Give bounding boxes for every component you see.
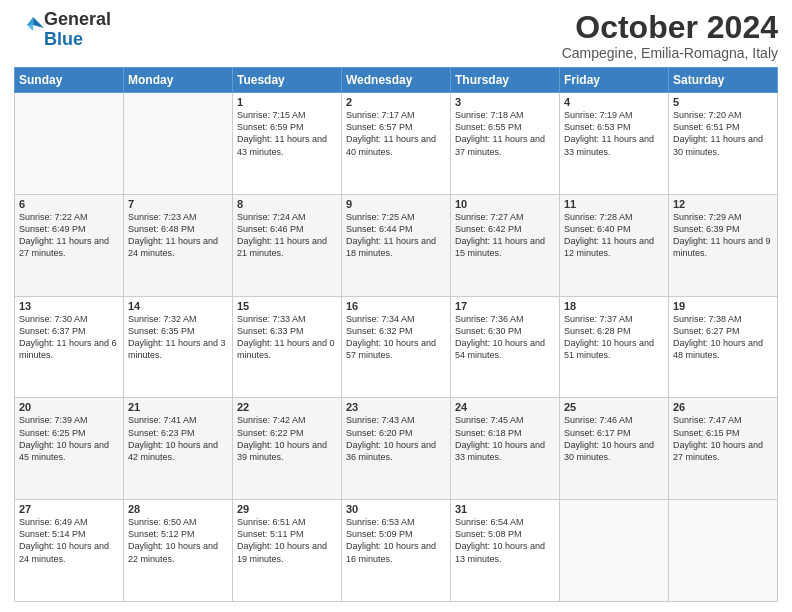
day-number: 8 bbox=[237, 198, 337, 210]
weekday-header-saturday: Saturday bbox=[669, 68, 778, 93]
day-number: 20 bbox=[19, 401, 119, 413]
calendar-week-3: 13Sunrise: 7:30 AM Sunset: 6:37 PM Dayli… bbox=[15, 296, 778, 398]
day-info: Sunrise: 7:19 AM Sunset: 6:53 PM Dayligh… bbox=[564, 109, 664, 158]
day-info: Sunrise: 7:29 AM Sunset: 6:39 PM Dayligh… bbox=[673, 211, 773, 260]
calendar-table: SundayMondayTuesdayWednesdayThursdayFrid… bbox=[14, 67, 778, 602]
day-number: 2 bbox=[346, 96, 446, 108]
calendar-cell: 26Sunrise: 7:47 AM Sunset: 6:15 PM Dayli… bbox=[669, 398, 778, 500]
day-info: Sunrise: 7:38 AM Sunset: 6:27 PM Dayligh… bbox=[673, 313, 773, 362]
calendar-cell: 29Sunrise: 6:51 AM Sunset: 5:11 PM Dayli… bbox=[233, 500, 342, 602]
day-info: Sunrise: 7:15 AM Sunset: 6:59 PM Dayligh… bbox=[237, 109, 337, 158]
day-number: 21 bbox=[128, 401, 228, 413]
weekday-header-row: SundayMondayTuesdayWednesdayThursdayFrid… bbox=[15, 68, 778, 93]
calendar-cell: 11Sunrise: 7:28 AM Sunset: 6:40 PM Dayli… bbox=[560, 194, 669, 296]
weekday-header-tuesday: Tuesday bbox=[233, 68, 342, 93]
day-info: Sunrise: 7:20 AM Sunset: 6:51 PM Dayligh… bbox=[673, 109, 773, 158]
day-info: Sunrise: 6:54 AM Sunset: 5:08 PM Dayligh… bbox=[455, 516, 555, 565]
day-number: 31 bbox=[455, 503, 555, 515]
calendar-cell: 15Sunrise: 7:33 AM Sunset: 6:33 PM Dayli… bbox=[233, 296, 342, 398]
calendar-cell: 30Sunrise: 6:53 AM Sunset: 5:09 PM Dayli… bbox=[342, 500, 451, 602]
day-number: 29 bbox=[237, 503, 337, 515]
day-info: Sunrise: 7:23 AM Sunset: 6:48 PM Dayligh… bbox=[128, 211, 228, 260]
calendar-cell: 10Sunrise: 7:27 AM Sunset: 6:42 PM Dayli… bbox=[451, 194, 560, 296]
page: General Blue October 2024 Campegine, Emi… bbox=[0, 0, 792, 612]
calendar-cell: 2Sunrise: 7:17 AM Sunset: 6:57 PM Daylig… bbox=[342, 93, 451, 195]
calendar-cell bbox=[560, 500, 669, 602]
calendar-cell: 5Sunrise: 7:20 AM Sunset: 6:51 PM Daylig… bbox=[669, 93, 778, 195]
calendar-cell: 28Sunrise: 6:50 AM Sunset: 5:12 PM Dayli… bbox=[124, 500, 233, 602]
day-info: Sunrise: 7:45 AM Sunset: 6:18 PM Dayligh… bbox=[455, 414, 555, 463]
calendar-cell: 24Sunrise: 7:45 AM Sunset: 6:18 PM Dayli… bbox=[451, 398, 560, 500]
day-number: 19 bbox=[673, 300, 773, 312]
day-info: Sunrise: 7:47 AM Sunset: 6:15 PM Dayligh… bbox=[673, 414, 773, 463]
calendar-week-2: 6Sunrise: 7:22 AM Sunset: 6:49 PM Daylig… bbox=[15, 194, 778, 296]
weekday-header-friday: Friday bbox=[560, 68, 669, 93]
day-info: Sunrise: 7:46 AM Sunset: 6:17 PM Dayligh… bbox=[564, 414, 664, 463]
day-info: Sunrise: 6:49 AM Sunset: 5:14 PM Dayligh… bbox=[19, 516, 119, 565]
day-info: Sunrise: 7:41 AM Sunset: 6:23 PM Dayligh… bbox=[128, 414, 228, 463]
calendar-cell: 27Sunrise: 6:49 AM Sunset: 5:14 PM Dayli… bbox=[15, 500, 124, 602]
calendar-cell: 14Sunrise: 7:32 AM Sunset: 6:35 PM Dayli… bbox=[124, 296, 233, 398]
calendar-cell: 16Sunrise: 7:34 AM Sunset: 6:32 PM Dayli… bbox=[342, 296, 451, 398]
calendar-cell: 13Sunrise: 7:30 AM Sunset: 6:37 PM Dayli… bbox=[15, 296, 124, 398]
subtitle: Campegine, Emilia-Romagna, Italy bbox=[562, 45, 778, 61]
day-number: 11 bbox=[564, 198, 664, 210]
day-number: 9 bbox=[346, 198, 446, 210]
calendar-cell: 4Sunrise: 7:19 AM Sunset: 6:53 PM Daylig… bbox=[560, 93, 669, 195]
day-number: 28 bbox=[128, 503, 228, 515]
calendar-cell: 6Sunrise: 7:22 AM Sunset: 6:49 PM Daylig… bbox=[15, 194, 124, 296]
calendar-cell: 8Sunrise: 7:24 AM Sunset: 6:46 PM Daylig… bbox=[233, 194, 342, 296]
day-info: Sunrise: 7:18 AM Sunset: 6:55 PM Dayligh… bbox=[455, 109, 555, 158]
day-number: 7 bbox=[128, 198, 228, 210]
calendar-cell bbox=[124, 93, 233, 195]
day-number: 15 bbox=[237, 300, 337, 312]
day-number: 16 bbox=[346, 300, 446, 312]
day-number: 5 bbox=[673, 96, 773, 108]
calendar-cell: 3Sunrise: 7:18 AM Sunset: 6:55 PM Daylig… bbox=[451, 93, 560, 195]
day-info: Sunrise: 7:24 AM Sunset: 6:46 PM Dayligh… bbox=[237, 211, 337, 260]
day-info: Sunrise: 7:27 AM Sunset: 6:42 PM Dayligh… bbox=[455, 211, 555, 260]
header: General Blue October 2024 Campegine, Emi… bbox=[14, 10, 778, 61]
main-title: October 2024 bbox=[562, 10, 778, 45]
calendar-cell: 7Sunrise: 7:23 AM Sunset: 6:48 PM Daylig… bbox=[124, 194, 233, 296]
logo-blue: Blue bbox=[44, 29, 83, 49]
day-number: 26 bbox=[673, 401, 773, 413]
day-info: Sunrise: 7:30 AM Sunset: 6:37 PM Dayligh… bbox=[19, 313, 119, 362]
calendar-cell: 19Sunrise: 7:38 AM Sunset: 6:27 PM Dayli… bbox=[669, 296, 778, 398]
logo: General Blue bbox=[14, 10, 111, 50]
day-number: 13 bbox=[19, 300, 119, 312]
calendar-week-5: 27Sunrise: 6:49 AM Sunset: 5:14 PM Dayli… bbox=[15, 500, 778, 602]
day-info: Sunrise: 7:42 AM Sunset: 6:22 PM Dayligh… bbox=[237, 414, 337, 463]
day-number: 4 bbox=[564, 96, 664, 108]
weekday-header-wednesday: Wednesday bbox=[342, 68, 451, 93]
logo-general: General bbox=[44, 9, 111, 29]
calendar-cell: 12Sunrise: 7:29 AM Sunset: 6:39 PM Dayli… bbox=[669, 194, 778, 296]
calendar-cell: 17Sunrise: 7:36 AM Sunset: 6:30 PM Dayli… bbox=[451, 296, 560, 398]
day-number: 17 bbox=[455, 300, 555, 312]
day-number: 1 bbox=[237, 96, 337, 108]
calendar-cell: 9Sunrise: 7:25 AM Sunset: 6:44 PM Daylig… bbox=[342, 194, 451, 296]
weekday-header-sunday: Sunday bbox=[15, 68, 124, 93]
logo-icon bbox=[16, 14, 44, 42]
calendar-cell: 31Sunrise: 6:54 AM Sunset: 5:08 PM Dayli… bbox=[451, 500, 560, 602]
title-block: October 2024 Campegine, Emilia-Romagna, … bbox=[562, 10, 778, 61]
calendar-week-4: 20Sunrise: 7:39 AM Sunset: 6:25 PM Dayli… bbox=[15, 398, 778, 500]
day-info: Sunrise: 7:36 AM Sunset: 6:30 PM Dayligh… bbox=[455, 313, 555, 362]
weekday-header-thursday: Thursday bbox=[451, 68, 560, 93]
day-info: Sunrise: 6:53 AM Sunset: 5:09 PM Dayligh… bbox=[346, 516, 446, 565]
day-number: 24 bbox=[455, 401, 555, 413]
day-info: Sunrise: 7:25 AM Sunset: 6:44 PM Dayligh… bbox=[346, 211, 446, 260]
day-info: Sunrise: 6:51 AM Sunset: 5:11 PM Dayligh… bbox=[237, 516, 337, 565]
day-info: Sunrise: 7:17 AM Sunset: 6:57 PM Dayligh… bbox=[346, 109, 446, 158]
calendar-cell: 22Sunrise: 7:42 AM Sunset: 6:22 PM Dayli… bbox=[233, 398, 342, 500]
calendar-cell: 21Sunrise: 7:41 AM Sunset: 6:23 PM Dayli… bbox=[124, 398, 233, 500]
day-info: Sunrise: 7:33 AM Sunset: 6:33 PM Dayligh… bbox=[237, 313, 337, 362]
day-info: Sunrise: 7:39 AM Sunset: 6:25 PM Dayligh… bbox=[19, 414, 119, 463]
day-number: 6 bbox=[19, 198, 119, 210]
calendar-week-1: 1Sunrise: 7:15 AM Sunset: 6:59 PM Daylig… bbox=[15, 93, 778, 195]
day-number: 30 bbox=[346, 503, 446, 515]
day-info: Sunrise: 7:37 AM Sunset: 6:28 PM Dayligh… bbox=[564, 313, 664, 362]
day-info: Sunrise: 7:32 AM Sunset: 6:35 PM Dayligh… bbox=[128, 313, 228, 362]
day-info: Sunrise: 7:28 AM Sunset: 6:40 PM Dayligh… bbox=[564, 211, 664, 260]
day-number: 12 bbox=[673, 198, 773, 210]
